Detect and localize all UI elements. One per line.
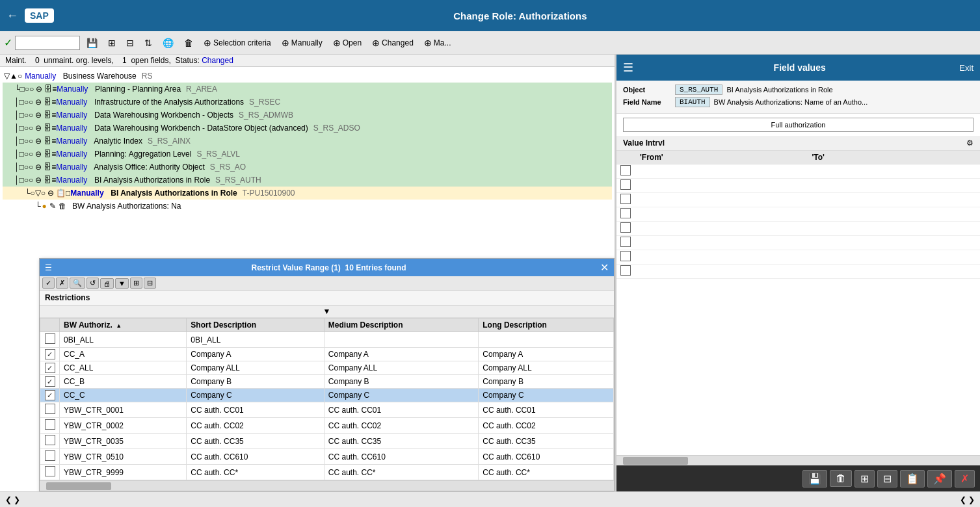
tree-row-10[interactable]: └ ● ✎ 🗑 BW Analysis Authorizations: Na [3,200,612,213]
uncheck-button[interactable]: ✗ [56,278,68,289]
right-exit-button[interactable]: Exit [959,63,973,73]
tree-row-root[interactable]: ▽▲○ Manually Business Warehouse RS [3,70,612,83]
close-right-button[interactable]: ✗ [955,470,975,488]
status-changed: Changed [202,56,233,65]
full-auth-button[interactable]: Full authorization [623,118,973,132]
hamburger-icon[interactable]: ☰ [45,263,52,272]
value-row-checkbox[interactable] [620,265,631,276]
row-checkbox[interactable] [45,376,55,387]
paste-right-button[interactable]: 📌 [927,470,952,488]
col-long-desc[interactable]: Long Description [479,318,614,332]
value-row-checkbox[interactable] [620,251,631,261]
tree-row-7[interactable]: │□○○ ⊖🗄≡ Manually Analysis Office: Autho… [3,161,612,174]
right-nav-arrows[interactable]: ❮ ❯ [960,495,975,504]
table-row[interactable]: CC_ALLCompany ALLCompany ALLCompany ALL [40,361,614,375]
value-row-checkbox[interactable] [620,222,631,233]
nav-arrows[interactable]: ❮ ❯ [5,495,20,504]
role-input[interactable] [15,36,80,50]
refresh-button[interactable]: ↺ [86,278,99,289]
field-desc: BW Analysis Authorizations: Name of an A… [714,98,868,106]
collapse-right-button[interactable]: ⊟ [877,470,897,488]
cell-long: CC auth. CC* [479,465,614,480]
table-row[interactable]: YBW_CTR_9999CC auth. CC*CC auth. CC*CC a… [40,465,614,480]
copy-right-button[interactable]: 📋 [900,470,925,488]
table-row[interactable]: YBW_CTR_0035CC auth. CC35CC auth. CC35CC… [40,434,614,449]
value-row-checkbox[interactable] [620,194,631,204]
value-row-checkbox[interactable] [620,208,631,218]
changed-button[interactable]: ⊕ Changed [368,36,417,50]
table-row[interactable]: CC_ACompany ACompany ACompany A [40,348,614,361]
selection-icon: ⊕ [204,38,211,48]
tree-row-8[interactable]: │□○○ ⊖🗄≡ Manually BI Analysis Authorizat… [3,174,612,187]
open-button[interactable]: ⊕ Open [329,36,365,50]
scroll-thumb[interactable] [46,482,111,490]
delete-button[interactable]: 🗑 [180,36,197,50]
check-button[interactable]: ✓ [42,278,55,289]
tree-row-4[interactable]: │□○○ ⊖🗄≡ Manually Data Warehousing Workb… [3,122,612,135]
table-row[interactable]: YBW_CTR_0001CC auth. CC01CC auth. CC01CC… [40,402,614,418]
col-medium-desc[interactable]: Medium Description [324,318,478,332]
delete-right-button[interactable]: 🗑 [830,470,852,487]
gear-icon[interactable]: ⚙ [966,138,973,148]
manually-icon: ⊕ [282,38,289,48]
right-scroll-thumb[interactable] [623,457,688,465]
horizontal-scrollbar[interactable] [40,480,614,491]
sort-button[interactable]: ⇅ [140,36,156,50]
col-short-desc[interactable]: Short Description [187,318,324,332]
selection-criteria-button[interactable]: ⊕ Selection criteria [200,36,275,50]
object-desc: BI Analysis Authorizations in Role [726,86,832,94]
field-info-object-row: Object S_RS_AUTH BI Analysis Authorizati… [623,84,973,95]
row-checkbox[interactable] [45,450,55,461]
value-row-checkbox[interactable] [620,179,631,190]
right-menu-icon[interactable]: ☰ [623,60,633,75]
dropdown-button[interactable]: ▼ [115,278,129,289]
table-row[interactable]: YBW_CTR_0002CC auth. CC02CC auth. CC02CC… [40,418,614,434]
row-checkbox[interactable] [45,333,55,344]
globe-button[interactable]: 🌐 [159,36,178,50]
tree-row-3[interactable]: │□○○ ⊖🗄≡ Manually Data Warehousing Workb… [3,109,612,122]
table-row[interactable]: CC_CCompany CCompany CCompany C [40,389,614,402]
row-checkbox[interactable] [45,390,55,400]
row-checkbox[interactable] [45,466,55,476]
tree-row-5[interactable]: │□○○ ⊖🗄≡ Manually Analytic Index S_RS_AI… [3,135,612,148]
back-button[interactable]: ← [7,9,18,23]
table-row[interactable]: CC_BCompany BCompany BCompany B [40,375,614,389]
cell-medium: CC auth. CC01 [324,402,478,418]
expand-button[interactable]: ⊞ [104,36,120,50]
expand-right-button[interactable]: ⊞ [854,470,875,488]
cell-medium: Company B [324,375,478,389]
col-bw-authoriz[interactable]: BW Authoriz. ▲ [60,318,187,332]
collapse-button[interactable]: ⊟ [122,36,138,50]
print-button[interactable]: 🖨 [100,278,114,289]
row-checkbox[interactable] [45,404,55,414]
tree-row-2[interactable]: │□○○ ⊖🗄≡ Manually Infrastructure of the … [3,96,612,109]
maint-button[interactable]: ⊕ Ma... [420,36,455,50]
value-table: BW Authoriz. ▲ Short Description Medium … [40,318,614,480]
search-button[interactable]: 🔍 [70,278,85,289]
value-row-checkbox[interactable] [620,165,631,176]
row-checkbox[interactable] [45,419,55,430]
grid-expand-button[interactable]: ⊞ [130,278,142,289]
tree-row-9[interactable]: └○▽○ ⊖📋□ Manually BI Analysis Authorizat… [3,187,612,200]
row-checkbox[interactable] [45,363,55,373]
right-horizontal-scrollbar[interactable] [616,455,980,465]
save-button[interactable]: 💾 [83,36,101,50]
restrict-close-button[interactable]: ✕ [600,261,609,274]
page-title: Change Role: Authorizations [67,10,973,21]
value-rows [616,164,980,455]
tree-row-6[interactable]: │□○○ ⊖🗄≡ Manually Planning: Aggregation … [3,148,612,161]
grid-collapse-button[interactable]: ⊟ [144,278,156,289]
cell-medium: Company C [324,389,478,402]
tree-row-1[interactable]: └□○○ ⊖🗄≡ Manually Planning - Planning Ar… [3,83,612,96]
collapse-bar[interactable]: ▼ [40,306,614,318]
value-row-checkbox[interactable] [620,237,631,247]
cell-medium: CC auth. CC610 [324,449,478,465]
table-row[interactable]: 0BI_ALL0BI_ALL [40,332,614,348]
row-checkbox[interactable] [45,435,55,445]
save-right-button[interactable]: 💾 [802,470,827,488]
value-table-scroll[interactable]: BW Authoriz. ▲ Short Description Medium … [40,318,614,480]
table-row[interactable]: YBW_CTR_0510CC auth. CC610CC auth. CC610… [40,449,614,465]
sap-logo: SAP [25,8,54,23]
manually-button[interactable]: ⊕ Manually [278,36,326,50]
row-checkbox[interactable] [45,349,55,359]
